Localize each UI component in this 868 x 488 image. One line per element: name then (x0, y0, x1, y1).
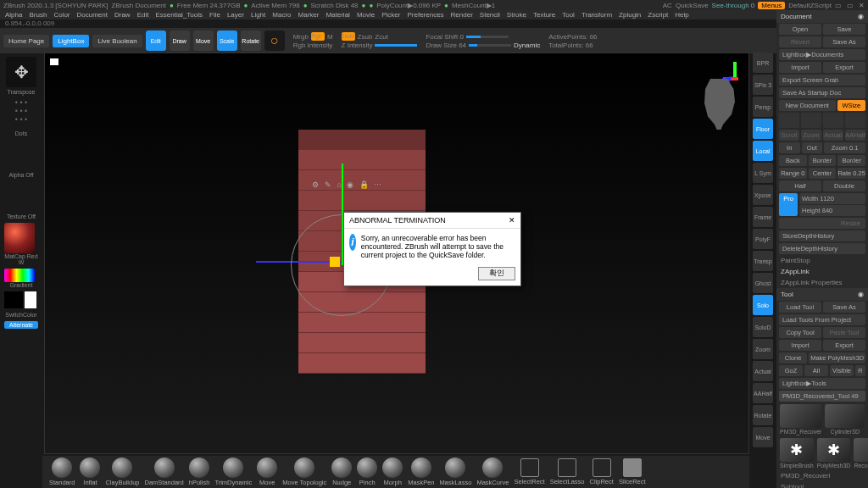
zoom-button[interactable]: Zoom (753, 339, 773, 359)
doc-height[interactable]: Height 840 (799, 205, 865, 216)
focal-slider[interactable] (466, 36, 509, 38)
menu-transform[interactable]: Transform (581, 11, 612, 19)
doc-width[interactable]: Width 1120 (799, 193, 865, 204)
load-tool[interactable]: Load Tool (779, 302, 821, 313)
doc-lightbox[interactable]: Lightbox▶Documents (779, 49, 865, 60)
doc-startup[interactable]: Save As Startup Doc (779, 87, 865, 98)
texture-off[interactable]: Texture Off (4, 181, 38, 219)
copy-tool[interactable]: Copy Tool (779, 327, 821, 338)
brush-movetopo[interactable]: Move Topologic (282, 458, 326, 486)
doc-export[interactable]: Export (823, 62, 865, 73)
geometry-icon[interactable]: ○ (264, 30, 285, 51)
move-tool-icon[interactable]: Move (193, 30, 214, 51)
actual-button[interactable]: Actual (753, 361, 773, 381)
tool-thumb-3[interactable]: PolyMesh3D (817, 438, 851, 469)
brush-move[interactable]: Move (257, 458, 277, 486)
brush-claybuildup[interactable]: ClayBuildup (105, 458, 139, 486)
brush-inflat[interactable]: Inflat (80, 458, 100, 486)
brush-trimdynamic[interactable]: TrimDynamic (214, 458, 252, 486)
menu-color[interactable]: Color (53, 11, 70, 19)
goz-r[interactable]: R (855, 365, 865, 376)
draw-size[interactable]: Draw Size 64 (426, 42, 466, 49)
color-gradient[interactable]: Gradient (4, 269, 38, 288)
paste-tool[interactable]: Paste Tool (823, 327, 865, 338)
tool-header[interactable]: Tool◉ (776, 288, 868, 301)
zoom-out[interactable]: Out (802, 142, 823, 153)
doc-save[interactable]: Save (823, 24, 865, 35)
menu-zplugin[interactable]: Zplugin (619, 11, 641, 19)
xpose-button[interactable]: Xpose (753, 185, 773, 205)
zapplink-section[interactable]: ZAppLink (776, 266, 868, 277)
delete-depth[interactable]: DeleteDepthHistory (779, 243, 865, 254)
menu-render[interactable]: Render (451, 11, 473, 19)
make-polymesh[interactable]: Make PolyMesh3D (809, 352, 865, 363)
z-intensity-slider[interactable] (375, 44, 417, 47)
tool-saveas[interactable]: Save As (823, 302, 865, 313)
doc-back[interactable]: Back (779, 155, 807, 166)
tool-thumb-2[interactable]: SimpleBrush (780, 438, 814, 469)
switch-color[interactable]: SwitchColor (4, 312, 38, 318)
doc-revert[interactable]: Revert (779, 36, 821, 47)
menu-brush[interactable]: Brush (29, 11, 47, 19)
solod-button[interactable]: SoloD (753, 317, 773, 337)
doc-border2[interactable]: Border (837, 155, 865, 166)
gizmo-toolbar[interactable]: ⚙ ✎ ⌂ ◉ 🔒 ⋯ (312, 180, 383, 189)
transp-button[interactable]: Transp (753, 251, 773, 271)
brush-pinch[interactable]: Pinch (357, 458, 377, 486)
brush-standard[interactable]: Standard (49, 458, 75, 486)
floor-button[interactable]: Floor (753, 119, 773, 139)
local-button[interactable]: Local (753, 141, 773, 161)
movecam-button[interactable]: Move (753, 427, 773, 447)
brush-nudge[interactable]: Nudge (331, 458, 352, 486)
menu-picker[interactable]: Picker (381, 11, 400, 19)
document-header[interactable]: Document◉ (776, 10, 868, 23)
mrgb-toggle[interactable]: Mrgb (293, 33, 309, 41)
menu-marker[interactable]: Marker (298, 11, 320, 19)
ghost-button[interactable]: Ghost (753, 273, 773, 293)
bpr-button[interactable]: BPR (753, 53, 773, 73)
wsize-toggle[interactable]: WSize (837, 100, 865, 111)
doc-import[interactable]: Import (779, 62, 821, 73)
tool-thumb-4[interactable]: Recovered_Too (854, 438, 868, 469)
menu-light[interactable]: Light (251, 11, 265, 19)
persp-button[interactable]: Persp (753, 97, 773, 117)
menu-stroke[interactable]: Stroke (507, 11, 526, 19)
transpose-tool[interactable]: ✥Transpose (4, 57, 38, 95)
brush-maskcurve[interactable]: MaskCurve (476, 458, 509, 486)
alternate-toggle[interactable]: Alternate (4, 321, 38, 329)
doc-resize[interactable]: Resize (779, 218, 865, 229)
tool-clone[interactable]: Clone (779, 352, 807, 363)
zsub-toggle[interactable]: Zsub (358, 33, 373, 41)
quicksave-button[interactable]: QuickSave (676, 2, 709, 9)
m-toggle[interactable]: M (327, 33, 333, 41)
brush-cliprect[interactable]: ClipRect (590, 458, 614, 485)
menu-essential[interactable]: Essential_Tools (155, 11, 203, 19)
color-picker[interactable] (4, 291, 38, 308)
rotcam-button[interactable]: Rotate (753, 405, 773, 425)
lightbox-button[interactable]: LightBox (53, 35, 89, 47)
solo-button[interactable]: Solo (753, 295, 773, 315)
gizmo-x-axis[interactable] (256, 261, 341, 263)
doc-thumb-scroll[interactable] (779, 113, 799, 128)
brush-selectlasso[interactable]: SelectLasso (550, 458, 585, 485)
tool-thumb-1[interactable]: Cylinder3D (825, 404, 865, 435)
doc-border[interactable]: Border (809, 155, 837, 166)
menu-preferences[interactable]: Preferences (407, 11, 443, 19)
tool-lightbox[interactable]: Lightbox▶Tools (779, 378, 865, 389)
zapplink-props[interactable]: ZAppLink Properties (776, 277, 868, 288)
polyf-button[interactable]: PolyF (753, 229, 773, 249)
zoom-value[interactable]: Zoom 0.1 (824, 142, 865, 153)
load-proj[interactable]: Load Tools From Project (779, 314, 865, 325)
spix-button[interactable]: SPix 3 (753, 75, 773, 95)
doc-thumb-zoom[interactable] (801, 113, 821, 128)
doc-saveas[interactable]: Save As (823, 36, 865, 47)
draw-tool-icon[interactable]: Draw (170, 30, 190, 51)
new-document[interactable]: New Document (779, 100, 836, 111)
scale-tool-icon[interactable]: Scale (217, 30, 237, 51)
zcut-toggle[interactable]: Zcut (375, 33, 388, 41)
goz-all[interactable]: All (804, 365, 828, 376)
doc-half[interactable]: Half (779, 180, 821, 191)
doc-thumb-aahalf[interactable] (845, 113, 865, 128)
alpha-off[interactable]: Alpha Off (4, 140, 38, 178)
ac-button[interactable]: AC (663, 2, 672, 9)
